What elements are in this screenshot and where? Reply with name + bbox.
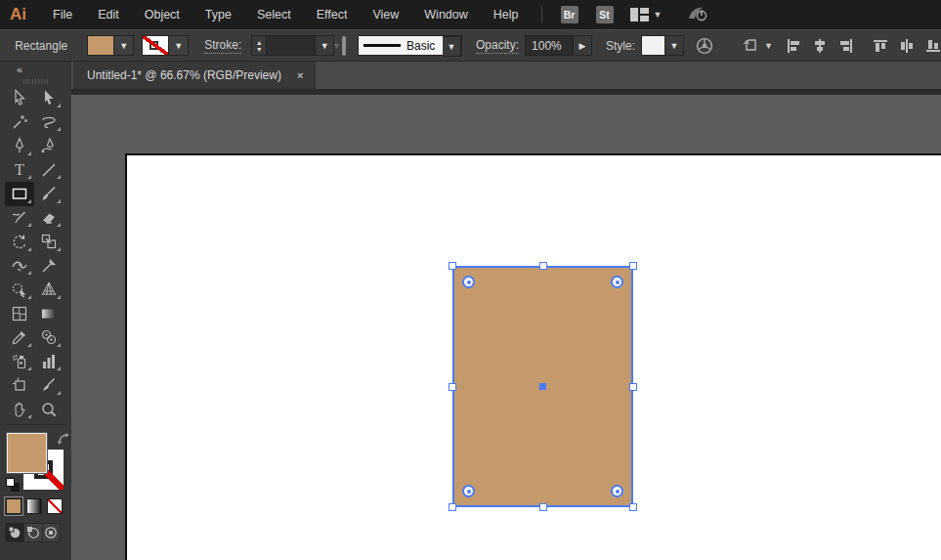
slice-tool[interactable] [34,373,64,398]
color-type-buttons [6,498,71,514]
swap-fill-stroke-button[interactable] [58,432,70,450]
menu-select[interactable]: Select [244,0,304,29]
canvas[interactable] [71,95,941,560]
align-bottom-icon[interactable] [925,38,941,54]
menu-view[interactable]: View [360,0,411,29]
color-button[interactable] [6,498,21,514]
hand-tool[interactable] [5,398,34,422]
chevron-down-icon[interactable]: ▼ [665,35,684,56]
column-graph-tool[interactable] [34,350,64,374]
corner-radius-widget-bottom-left[interactable] [462,485,475,497]
align-middle-icon[interactable] [899,38,915,54]
draw-normal-button[interactable] [6,524,23,541]
perspective-grid-tool[interactable] [34,278,64,302]
magic-wand-tool[interactable] [5,110,34,135]
handle-bottom-right[interactable] [629,503,637,511]
align-center-icon[interactable] [812,38,828,54]
handle-middle-right[interactable] [629,383,637,391]
chevron-down-icon[interactable]: ▼ [443,36,461,57]
menu-edit[interactable]: Edit [85,0,132,29]
collapse-panel-button[interactable]: « [17,64,22,75]
brush-definition-dropdown[interactable]: Basic ▼ [358,35,462,56]
bridge-button[interactable]: Br [561,6,578,23]
menu-effect[interactable]: Effect [304,0,361,29]
handle-bottom-center[interactable] [539,503,547,511]
default-fill-stroke-button[interactable] [6,478,20,492]
shape-builder-tool[interactable] [5,278,34,302]
handle-top-right[interactable] [629,262,637,270]
chevron-right-icon[interactable]: ▶ [574,35,592,56]
scale-tool[interactable] [34,230,64,254]
tools-panel: « [0,62,71,560]
stock-button[interactable]: St [596,6,614,23]
menu-window[interactable]: Window [411,0,480,29]
draw-behind-button[interactable] [23,524,41,541]
stroke-label[interactable]: Stroke: [204,38,241,54]
stroke-weight-field[interactable] [267,35,316,56]
selection-tool[interactable] [5,86,34,110]
menu-type[interactable]: Type [192,0,244,29]
none-button[interactable] [47,498,63,514]
handle-top-center[interactable] [539,262,547,270]
menu-help[interactable]: Help [481,0,532,29]
selected-rectangle[interactable] [452,266,633,507]
corner-radius-widget-bottom-right[interactable] [611,485,623,497]
mesh-tool-icon [11,305,28,323]
close-tab-icon[interactable]: × [297,69,303,81]
lasso-tool[interactable] [34,110,64,135]
gradient-button[interactable] [26,498,42,514]
align-left-icon[interactable] [786,38,801,54]
zoom-tool[interactable] [34,398,64,422]
style-swatch[interactable] [641,35,665,56]
eraser-tool[interactable] [34,206,64,231]
fill-color-dropdown[interactable]: ▼ [87,35,134,56]
menu-file[interactable]: File [40,0,85,29]
menu-object[interactable]: Object [132,0,192,29]
artboard-tool[interactable] [5,373,34,398]
fill-proxy[interactable] [7,433,47,473]
rotate-tool[interactable] [5,230,34,254]
shape-properties-button[interactable]: ▼ [743,37,773,54]
rectangle-tool[interactable] [5,182,34,206]
handle-bottom-left[interactable] [449,503,456,511]
align-right-icon[interactable] [838,38,854,54]
stroke-weight-stepper[interactable]: ▲▼ [251,35,267,56]
pen-tool[interactable] [5,134,34,158]
gpu-performance-button[interactable] [687,5,708,25]
document-tab[interactable]: Untitled-1* @ 66.67% (RGB/Preview) × [73,62,316,89]
shape-builder-tool-icon [11,280,28,298]
style-dropdown[interactable]: ▼ [641,35,684,56]
paintbrush-tool[interactable] [34,182,64,206]
gradient-tool[interactable] [34,302,64,326]
none-slash-icon [143,36,168,55]
eyedropper-tool[interactable] [5,325,34,350]
workspace-switcher[interactable]: ▼ [630,8,663,22]
handle-middle-left[interactable] [449,383,456,391]
shaper-tool[interactable] [5,206,34,231]
draw-inside-button[interactable] [42,524,60,541]
tools-panel-grip[interactable] [0,76,71,86]
blend-tool[interactable] [34,325,64,350]
stroke-color-dropdown[interactable]: ▼ [142,35,189,56]
align-top-icon[interactable] [873,38,888,54]
opacity-field[interactable]: 100% [525,35,574,56]
recolor-artwork-button[interactable] [696,37,713,55]
puppet-warp-tool[interactable] [34,254,64,279]
symbol-sprayer-tool[interactable] [5,350,34,374]
width-tool[interactable] [5,254,34,279]
direct-selection-tool[interactable] [34,86,64,110]
opacity-label[interactable]: Opacity: [476,38,519,54]
stroke-none-swatch[interactable] [143,36,169,55]
corner-radius-widget-top-right[interactable] [611,276,623,288]
center-point[interactable] [539,383,546,390]
handle-top-left[interactable] [449,262,456,270]
curvature-tool[interactable] [34,134,64,158]
corner-radius-widget-top-left[interactable] [462,276,475,288]
mesh-tool[interactable] [5,302,34,326]
type-tool[interactable]: T [5,158,34,183]
draw-mode-buttons [5,523,61,542]
brush-preview: Basic [359,36,443,55]
line-segment-tool-icon [40,161,58,179]
fill-swatch[interactable] [88,36,114,55]
line-segment-tool[interactable] [34,158,64,183]
